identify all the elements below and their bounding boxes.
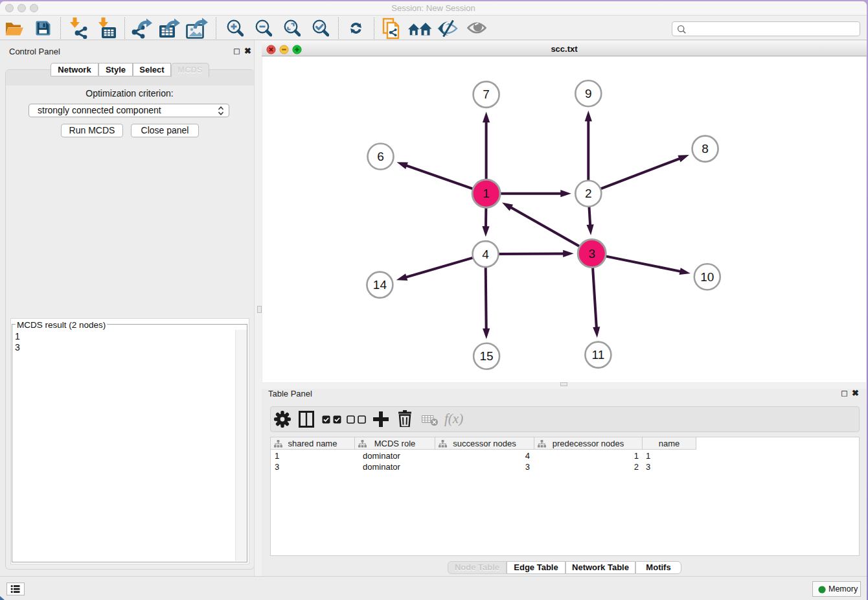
svg-text:2: 2	[585, 187, 592, 200]
svg-text:3: 3	[588, 247, 595, 260]
svg-text:6: 6	[377, 150, 384, 163]
svg-text:10: 10	[700, 270, 714, 284]
svg-text:11: 11	[592, 348, 605, 362]
svg-text:8: 8	[702, 142, 709, 156]
svg-text:1: 1	[483, 187, 490, 200]
svg-text:4: 4	[482, 248, 489, 261]
svg-text:9: 9	[585, 87, 592, 100]
svg-text:14: 14	[373, 278, 387, 292]
svg-text:7: 7	[483, 87, 490, 101]
svg-text:15: 15	[480, 349, 494, 363]
